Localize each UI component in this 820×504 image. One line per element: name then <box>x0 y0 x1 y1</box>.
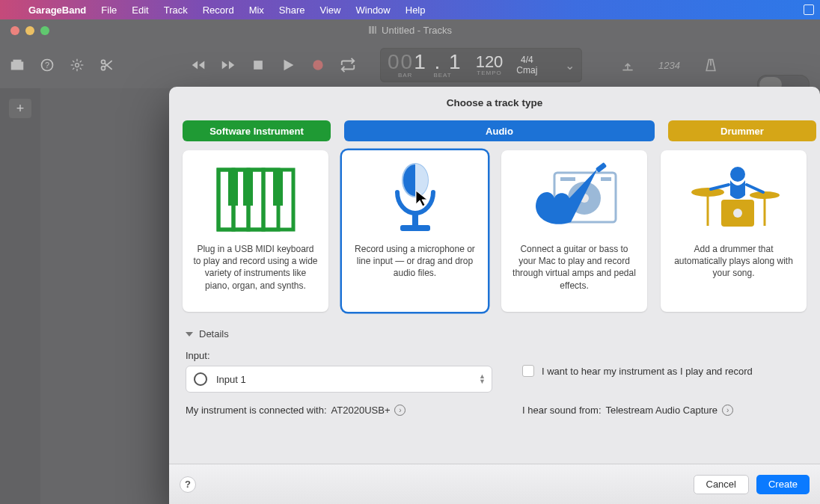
create-button[interactable]: Create <box>756 475 810 494</box>
details-disclosure[interactable]: Details <box>169 312 820 344</box>
menu-help[interactable]: Help <box>398 4 433 16</box>
card-drummer-desc: Add a drummer that automatically plays a… <box>668 240 799 280</box>
stop-button[interactable] <box>250 57 266 73</box>
checkbox-icon[interactable] <box>522 365 534 377</box>
tab-software-instrument[interactable]: Software Instrument <box>183 120 331 141</box>
svg-point-5 <box>76 64 79 67</box>
sheet-footer: ? Cancel Create <box>169 464 820 504</box>
menu-view[interactable]: View <box>313 4 349 16</box>
menu-share[interactable]: Share <box>272 4 313 16</box>
help-button[interactable]: ? <box>180 476 196 493</box>
svg-text:?: ? <box>45 61 49 70</box>
document-icon <box>368 25 377 37</box>
add-track-button[interactable]: + <box>9 99 31 118</box>
input-select[interactable]: Input 1 ▲▼ <box>186 366 492 393</box>
input-device-line: My instrument is connected with: AT2020U… <box>186 405 492 416</box>
arrow-right-circle-icon[interactable]: › <box>394 405 406 416</box>
svg-rect-27 <box>273 170 283 206</box>
menu-edit[interactable]: Edit <box>124 4 156 16</box>
lcd-display[interactable]: 001 . 1 BARBEAT 120 TEMPO 4/4 Cmaj ⌄ <box>380 48 582 82</box>
window-title: Untitled - Tracks <box>0 25 820 37</box>
svg-rect-35 <box>601 177 611 181</box>
screen-corner-icon <box>804 4 814 15</box>
stepper-icon[interactable]: ▲▼ <box>479 374 486 384</box>
tab-drummer[interactable]: Drummer <box>668 120 816 141</box>
window-titlebar: Untitled - Tracks <box>0 19 820 42</box>
monitor-checkbox-row[interactable]: I want to hear my instrument as I play a… <box>522 365 804 377</box>
svg-rect-2 <box>375 26 376 34</box>
piano-icon <box>215 159 297 240</box>
chevron-down-icon[interactable]: ⌄ <box>565 58 575 73</box>
menu-mix[interactable]: Mix <box>242 4 272 16</box>
count-in-display[interactable]: 1234 <box>658 60 680 71</box>
card-mic-desc: Record using a microphone or line input … <box>349 240 480 280</box>
card-software-desc: Plug in a USB MIDI keyboard to play and … <box>190 240 321 292</box>
svg-line-11 <box>80 68 82 70</box>
sheet-title: Choose a track type <box>169 87 820 120</box>
svg-line-45 <box>711 185 729 189</box>
app-menu[interactable]: GarageBand <box>21 4 94 16</box>
system-menubar: GarageBand File Edit Track Record Mix Sh… <box>0 0 820 19</box>
svg-rect-31 <box>400 225 430 231</box>
card-audio-guitar[interactable]: Connect a guitar or bass to your Mac to … <box>501 150 647 312</box>
svg-rect-0 <box>369 26 371 34</box>
metronome-icon[interactable] <box>703 57 719 73</box>
transport-controls <box>190 57 356 73</box>
svg-rect-25 <box>228 170 238 206</box>
card-audio-mic[interactable]: Record using a microphone or line input … <box>342 150 488 312</box>
tab-audio[interactable]: Audio <box>344 120 655 141</box>
input-value: Input 1 <box>216 374 246 385</box>
main-toolbar: ? 001 . 1 BARBEAT 120 TEMPO 4/4 Cma <box>0 42 820 88</box>
forward-button[interactable] <box>220 57 236 73</box>
chevron-down-icon <box>186 332 193 336</box>
help-question-icon[interactable]: ? <box>39 57 55 73</box>
svg-rect-36 <box>560 177 575 181</box>
svg-point-43 <box>733 209 742 218</box>
record-button[interactable] <box>310 57 326 73</box>
output-device-line: I hear sound from: Telestream Audio Capt… <box>522 405 804 416</box>
svg-line-10 <box>73 61 74 62</box>
input-label: Input: <box>186 350 492 361</box>
svg-point-19 <box>313 60 322 70</box>
svg-rect-37 <box>595 162 606 173</box>
svg-point-44 <box>730 167 745 182</box>
cancel-button[interactable]: Cancel <box>694 475 749 494</box>
new-track-sheet: Choose a track type Software Instrument … <box>169 87 820 504</box>
cycle-button[interactable] <box>340 57 356 73</box>
menu-track[interactable]: Track <box>156 4 195 16</box>
svg-line-46 <box>747 185 763 192</box>
monitor-label: I want to hear my instrument as I play a… <box>542 366 753 377</box>
input-mono-icon <box>194 372 207 386</box>
svg-rect-1 <box>372 26 374 34</box>
svg-line-13 <box>80 61 82 62</box>
menu-record[interactable]: Record <box>195 4 242 16</box>
tuner-icon[interactable] <box>619 57 636 73</box>
rewind-button[interactable] <box>190 57 206 73</box>
card-drummer[interactable]: Add a drummer that automatically plays a… <box>661 150 807 312</box>
svg-rect-30 <box>412 212 418 227</box>
menu-window[interactable]: Window <box>349 4 398 16</box>
svg-line-12 <box>73 68 74 70</box>
card-guitar-desc: Connect a guitar or bass to your Mac to … <box>509 240 640 292</box>
drummer-icon <box>685 159 783 240</box>
guitar-amp-icon <box>526 159 623 240</box>
library-icon[interactable] <box>9 57 25 73</box>
arrow-right-circle-icon[interactable]: › <box>722 405 733 416</box>
svg-rect-18 <box>254 61 263 70</box>
card-software-instrument[interactable]: Plug in a USB MIDI keyboard to play and … <box>183 150 328 312</box>
menu-file[interactable]: File <box>94 4 124 16</box>
brightness-icon[interactable] <box>69 57 85 73</box>
scissors-icon[interactable] <box>99 57 115 73</box>
track-header-sidebar: + <box>0 88 40 504</box>
play-button[interactable] <box>280 57 296 73</box>
svg-rect-26 <box>243 170 253 206</box>
mouse-cursor-icon <box>415 190 429 211</box>
